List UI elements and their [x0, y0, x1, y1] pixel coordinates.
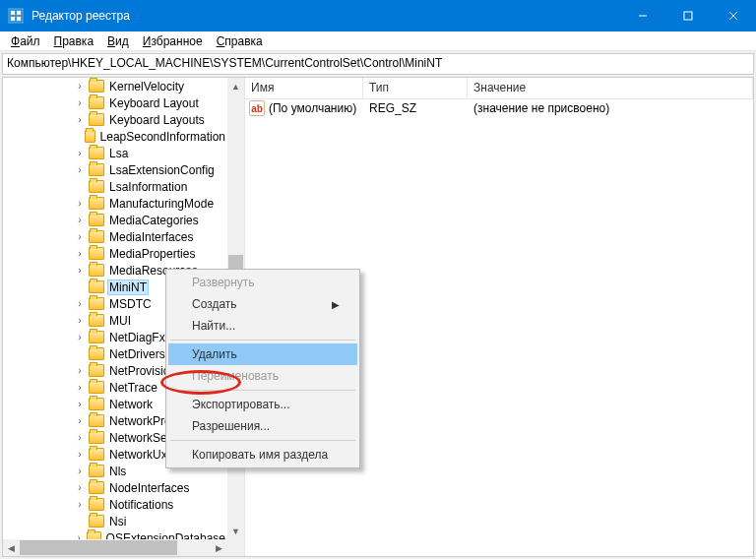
tree-item[interactable]: ›LsaExtensionConfig	[3, 161, 227, 178]
svg-rect-0	[11, 11, 15, 15]
tree-item[interactable]: ›ManufacturingMode	[3, 195, 227, 212]
context-find[interactable]: Найти...	[168, 315, 357, 337]
tree-item[interactable]: ›Keyboard Layouts	[3, 111, 227, 128]
expand-chevron-icon[interactable]: ›	[74, 415, 86, 426]
context-separator	[170, 440, 355, 441]
menu-favorites[interactable]: Избранное	[136, 34, 210, 48]
expand-chevron-icon[interactable]: ›	[74, 332, 86, 342]
maximize-button[interactable]	[665, 0, 711, 31]
tree-item[interactable]: ›KernelVelocity	[3, 78, 227, 94]
expand-chevron-icon[interactable]: ›	[74, 399, 86, 409]
tree-item-label: MediaProperties	[107, 247, 197, 261]
context-permissions[interactable]: Разрешения...	[168, 415, 357, 437]
folder-icon	[89, 147, 104, 159]
tree-item-label: NodeInterfaces	[107, 481, 191, 495]
column-name[interactable]: Имя	[245, 78, 363, 99]
expand-chevron-icon[interactable]: ›	[74, 97, 86, 108]
folder-icon	[89, 448, 104, 461]
menu-file[interactable]: Файл	[4, 34, 47, 48]
tree-item-label: MUI	[107, 314, 133, 328]
expand-chevron-icon[interactable]: ›	[74, 148, 86, 158]
tree-item-label: Notifications	[107, 498, 175, 512]
folder-icon	[89, 264, 104, 277]
menu-bar: Файл Правка Вид Избранное Справка	[0, 31, 756, 51]
tree-item-label: NetDrivers	[107, 347, 167, 361]
folder-icon	[89, 381, 104, 394]
expand-chevron-icon[interactable]: ›	[74, 265, 86, 276]
scroll-left-icon[interactable]: ◀	[3, 539, 20, 556]
expand-chevron-icon[interactable]: ›	[74, 482, 86, 493]
expand-chevron-icon[interactable]: ›	[74, 298, 86, 309]
folder-icon	[89, 214, 104, 226]
tree-item[interactable]: LsaInformation	[3, 178, 227, 195]
expand-chevron-icon[interactable]: ›	[74, 164, 86, 175]
folder-icon	[89, 180, 104, 193]
context-rename: Переименовать	[168, 365, 357, 387]
svg-rect-3	[17, 17, 21, 21]
context-new-label: Создать	[192, 297, 237, 311]
context-new[interactable]: Создать ▶	[168, 293, 357, 315]
expand-chevron-icon[interactable]: ›	[74, 449, 86, 460]
tree-item-label: NetDiagFx	[107, 331, 167, 344]
context-separator	[170, 340, 355, 341]
menu-view[interactable]: Вид	[100, 34, 136, 48]
hscroll-thumb[interactable]	[20, 540, 177, 555]
expand-chevron-icon[interactable]: ›	[74, 114, 86, 125]
scroll-down-icon[interactable]: ▼	[227, 523, 244, 539]
window-title: Редактор реестра	[32, 9, 620, 23]
expand-chevron-icon[interactable]: ›	[74, 248, 86, 259]
folder-icon	[89, 247, 104, 260]
tree-item-label: Nls	[107, 465, 128, 478]
tree-item-label: LsaInformation	[107, 180, 189, 194]
folder-icon	[89, 280, 104, 293]
tree-item[interactable]: ›MediaInterfaces	[3, 228, 227, 245]
tree-item[interactable]: ›Keyboard Layout	[3, 94, 227, 111]
svg-rect-5	[684, 12, 692, 20]
folder-icon	[89, 465, 104, 477]
folder-icon	[89, 96, 104, 109]
scroll-up-icon[interactable]: ▲	[227, 78, 244, 94]
app-icon	[8, 8, 24, 24]
expand-chevron-icon[interactable]: ›	[74, 315, 86, 326]
close-button[interactable]	[711, 0, 756, 31]
context-delete[interactable]: Удалить	[168, 343, 357, 365]
expand-chevron-icon[interactable]: ›	[74, 215, 86, 225]
tree-item[interactable]: ›MediaProperties	[3, 245, 227, 262]
context-export[interactable]: Экспортировать...	[168, 394, 357, 415]
value-type: REG_SZ	[363, 101, 468, 115]
tree-item[interactable]: ›Notifications	[3, 496, 227, 513]
expand-chevron-icon[interactable]: ›	[74, 231, 86, 242]
column-type[interactable]: Тип	[363, 78, 468, 99]
expand-chevron-icon[interactable]: ›	[74, 532, 84, 539]
column-value[interactable]: Значение	[468, 78, 753, 99]
folder-icon	[89, 297, 104, 310]
tree-item-label: MediaCategories	[107, 214, 201, 227]
expand-chevron-icon[interactable]: ›	[74, 365, 86, 376]
expand-chevron-icon[interactable]: ›	[74, 499, 86, 510]
expand-chevron-icon[interactable]: ›	[74, 81, 86, 92]
expand-chevron-icon[interactable]: ›	[74, 432, 86, 443]
value-row[interactable]: ab (По умолчанию) REG_SZ (значение не пр…	[245, 99, 753, 117]
menu-help[interactable]: Справка	[210, 34, 270, 48]
tree-item-label: MSDTC	[107, 297, 154, 311]
tree-item[interactable]: ›MediaCategories	[3, 212, 227, 228]
expand-chevron-icon[interactable]: ›	[74, 198, 86, 209]
scroll-right-icon[interactable]: ▶	[211, 539, 227, 556]
tree-item[interactable]: ›Lsa	[3, 145, 227, 161]
folder-icon	[89, 331, 104, 343]
horizontal-scrollbar[interactable]: ◀ ▶	[3, 539, 227, 556]
tree-item[interactable]: ›OSExtensionDatabase	[3, 529, 227, 539]
context-copy-key-name[interactable]: Копировать имя раздела	[168, 444, 357, 466]
tree-item[interactable]: LeapSecondInformation	[3, 128, 227, 145]
tree-item[interactable]: ›NodeInterfaces	[3, 479, 227, 496]
menu-edit[interactable]: Правка	[47, 34, 101, 48]
folder-icon	[89, 364, 104, 377]
expand-chevron-icon[interactable]: ›	[74, 466, 86, 476]
expand-chevron-icon[interactable]: ›	[74, 382, 86, 393]
minimize-button[interactable]	[620, 0, 665, 31]
address-bar[interactable]: Компьютер\HKEY_LOCAL_MACHINE\SYSTEM\Curr…	[2, 53, 754, 75]
folder-icon	[87, 531, 100, 539]
tree-item-label: OSExtensionDatabase	[104, 531, 227, 540]
folder-icon	[89, 498, 104, 511]
tree-item[interactable]: Nsi	[3, 513, 227, 529]
